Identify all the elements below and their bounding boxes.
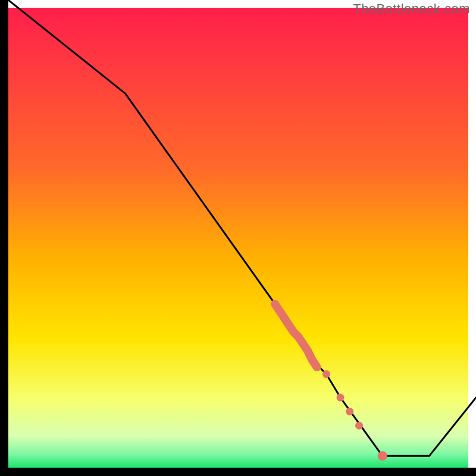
salmon-dot	[378, 451, 387, 461]
x-axis	[0, 468, 476, 476]
salmon-dot	[322, 370, 330, 378]
bottleneck-chart	[0, 0, 476, 476]
y-axis	[0, 0, 8, 476]
chart-container: TheBottleneck.com	[0, 0, 476, 476]
salmon-dot	[346, 408, 353, 415]
watermark-text: TheBottleneck.com	[353, 1, 470, 17]
salmon-dot	[355, 422, 363, 430]
salmon-dot	[337, 394, 345, 402]
gradient-background	[8, 8, 468, 468]
